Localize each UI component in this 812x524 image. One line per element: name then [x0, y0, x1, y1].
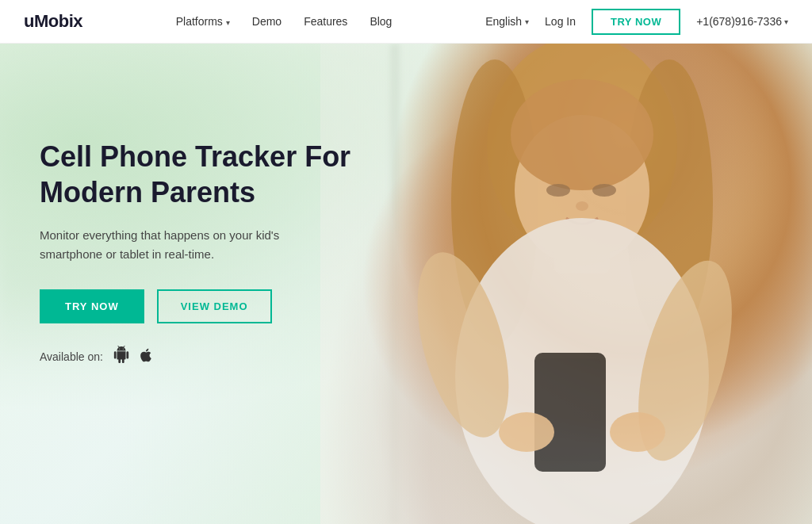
hero-cta-buttons: TRY NOW VIEW DEMO — [40, 289, 373, 323]
login-link[interactable]: Log In — [545, 15, 576, 28]
hero-try-now-button[interactable]: TRY NOW — [40, 289, 144, 323]
available-label: Available on: — [40, 350, 103, 363]
nav-link-demo[interactable]: Demo — [252, 15, 282, 28]
nav-menu: Platforms ▾ Demo Features Blog — [176, 14, 393, 29]
hero-title: Cell Phone Tracker For Modern Parents — [40, 139, 373, 210]
nav-item-features[interactable]: Features — [304, 14, 347, 29]
chevron-down-icon: ▾ — [525, 17, 529, 26]
nav-link-platforms[interactable]: Platforms ▾ — [176, 15, 230, 28]
svg-point-5 — [511, 79, 653, 190]
hero-view-demo-button[interactable]: VIEW DEMO — [157, 289, 272, 323]
site-logo[interactable]: uMobix — [24, 11, 82, 32]
nav-item-platforms[interactable]: Platforms ▾ — [176, 14, 230, 29]
svg-point-7 — [592, 184, 616, 197]
chevron-down-icon: ▾ — [226, 18, 230, 27]
hero-content: Cell Phone Tracker For Modern Parents Mo… — [40, 139, 373, 368]
logo-brand: Mobix — [34, 11, 82, 31]
navbar: uMobix Platforms ▾ Demo Features Blog En… — [0, 0, 812, 44]
svg-point-6 — [546, 184, 570, 197]
hero-woman-svg — [320, 44, 812, 524]
android-icon — [113, 346, 130, 368]
nav-link-features[interactable]: Features — [304, 15, 347, 28]
phone-text: +1(678)916-7336 — [696, 15, 782, 28]
chevron-down-icon: ▾ — [784, 17, 788, 26]
language-label: English — [485, 15, 522, 28]
apple-icon — [138, 346, 154, 368]
language-selector[interactable]: English ▾ — [485, 15, 529, 28]
logo-prefix: u — [24, 11, 34, 31]
available-platforms-row: Available on: — [40, 346, 373, 368]
platform-icons — [113, 346, 154, 368]
hero-subtitle: Monitor everything that happens on your … — [40, 226, 309, 264]
nav-link-blog[interactable]: Blog — [370, 15, 392, 28]
nav-item-demo[interactable]: Demo — [252, 14, 282, 29]
svg-rect-13 — [540, 358, 600, 461]
phone-number[interactable]: +1(678)916-7336 ▾ — [696, 15, 788, 28]
nav-item-blog[interactable]: Blog — [370, 14, 392, 29]
try-now-button[interactable]: TRY NOW — [592, 9, 680, 35]
hero-section: Cell Phone Tracker For Modern Parents Mo… — [0, 44, 812, 524]
svg-point-8 — [576, 201, 588, 211]
hero-image-area — [320, 44, 812, 524]
nav-right-area: English ▾ Log In TRY NOW +1(678)916-7336… — [485, 9, 788, 35]
svg-point-14 — [499, 412, 554, 452]
svg-point-15 — [610, 412, 665, 452]
